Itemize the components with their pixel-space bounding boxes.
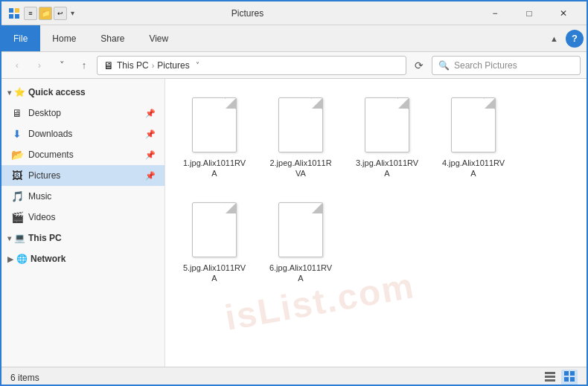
up-button[interactable]: ↑	[74, 56, 94, 75]
address-path[interactable]: 🖥 This PC › Pictures ˅	[97, 56, 406, 75]
refresh-button[interactable]: ⟳	[409, 56, 429, 75]
svg-rect-0	[9, 8, 13, 13]
file-page-3	[451, 97, 496, 152]
sidebar-item-videos[interactable]: 🎬 Videos	[1, 207, 164, 228]
file-icon-2	[361, 95, 413, 155]
status-bar: 6 items	[1, 367, 587, 386]
file-page-5	[278, 202, 323, 257]
music-icon: 🎵	[10, 190, 24, 203]
search-icon: 🔍	[438, 60, 450, 71]
this-pc-icon: 🖥	[103, 59, 114, 71]
file-name-1: 2.jpeg.Alix1011RVA	[268, 158, 333, 179]
grid-view-button[interactable]	[561, 370, 578, 386]
sidebar-item-pictures[interactable]: 🖼 Pictures 📌	[1, 165, 164, 186]
main-area: ▾ ⭐ Quick access 🖥 Desktop 📌 ⬇ Downloads…	[1, 79, 587, 367]
sidebar-item-desktop[interactable]: 🖥 Desktop 📌	[1, 103, 164, 123]
tab-share[interactable]: Share	[89, 25, 137, 51]
quick-access-label: Quick access	[28, 87, 86, 97]
pictures-label: Pictures	[28, 170, 60, 181]
ribbon-right: ▲ ?	[546, 25, 587, 51]
this-pc-chevron: ▾	[7, 234, 11, 242]
sidebar-item-documents[interactable]: 📂 Documents 📌	[1, 144, 164, 165]
quick-access-chevron: ▾	[7, 89, 11, 97]
window-controls: − □ ✕	[478, 1, 581, 25]
svg-rect-9	[564, 377, 569, 382]
downloads-label: Downloads	[28, 129, 72, 139]
file-item-0[interactable]: 1.jpg.Alix1011RVA	[177, 91, 252, 184]
file-icon-4	[188, 200, 240, 260]
this-pc-header[interactable]: ▾ 💻 This PC	[1, 228, 164, 248]
this-pc-label: This PC	[117, 60, 149, 71]
tab-home[interactable]: Home	[40, 25, 89, 51]
svg-rect-10	[570, 377, 575, 382]
close-button[interactable]: ✕	[546, 1, 581, 25]
refresh-icon: ⟳	[415, 59, 424, 71]
back-button[interactable]: ‹	[7, 56, 27, 75]
tab-file[interactable]: File	[1, 25, 40, 51]
list-view-button[interactable]	[542, 370, 558, 386]
sidebar-item-music[interactable]: 🎵 Music	[1, 186, 164, 207]
files-grid: 1.jpg.Alix1011RVA 2.jpeg.Alix1011RVA 3.j…	[177, 91, 575, 288]
music-label: Music	[28, 191, 51, 202]
list-view-icon	[544, 370, 556, 385]
this-pc-folder-icon: 💻	[14, 233, 25, 243]
maximize-button[interactable]: □	[512, 1, 546, 25]
back-icon: ‹	[16, 59, 19, 71]
sidebar-item-downloads[interactable]: ⬇ Downloads 📌	[1, 123, 164, 144]
minimize-button[interactable]: −	[478, 1, 512, 25]
videos-icon: 🎬	[10, 210, 24, 224]
files-area: 1.jpg.Alix1011RVA 2.jpeg.Alix1011RVA 3.j…	[165, 79, 587, 367]
title-bar: ≡ 📁 ↩ ▾ Pictures − □ ✕	[1, 1, 587, 25]
network-folder-icon: 🌐	[16, 254, 28, 264]
file-name-3: 4.jpg.Alix1011RVA	[441, 158, 506, 179]
pictures-icon: 🖼	[10, 169, 24, 182]
file-name-0: 1.jpg.Alix1011RVA	[182, 158, 247, 179]
grid-view-icon	[563, 370, 575, 385]
svg-rect-2	[9, 14, 13, 19]
videos-label: Videos	[28, 212, 55, 222]
pin-icon-downloads: 📌	[145, 129, 156, 139]
pin-icon-documents: 📌	[145, 150, 156, 160]
forward-button[interactable]: ›	[30, 56, 49, 75]
file-page-2	[365, 97, 409, 152]
quick-access-icon: ⭐	[14, 87, 25, 97]
file-page-0	[192, 97, 237, 152]
svg-rect-4	[545, 372, 555, 374]
documents-label: Documents	[28, 149, 74, 160]
window-title: Pictures	[17, 8, 478, 19]
help-button[interactable]: ?	[566, 30, 584, 48]
desktop-icon: 🖥	[10, 106, 24, 120]
svg-rect-8	[570, 371, 575, 376]
file-item-4[interactable]: 5.jpg.Alix1011RVA	[177, 196, 252, 289]
desktop-label: Desktop	[28, 108, 61, 118]
path-separator-1: ›	[152, 61, 155, 70]
file-item-3[interactable]: 4.jpg.Alix1011RVA	[436, 91, 511, 184]
file-name-4: 5.jpg.Alix1011RVA	[182, 263, 247, 284]
search-box[interactable]: 🔍 Search Pictures	[432, 56, 581, 75]
pin-icon-desktop: 📌	[145, 109, 156, 118]
tab-view[interactable]: View	[137, 25, 181, 51]
ribbon-collapse-arrow[interactable]: ▲	[546, 31, 563, 46]
svg-rect-7	[564, 371, 569, 376]
chevron-down-icon: ˅	[60, 59, 65, 71]
file-item-2[interactable]: 3.jpg.Alix1011RVA	[350, 91, 424, 184]
pictures-path-label: Pictures	[157, 60, 189, 71]
svg-rect-6	[545, 379, 555, 382]
recent-locations-button[interactable]: ˅	[52, 56, 71, 75]
pin-icon-pictures: 📌	[145, 171, 156, 181]
network-label: Network	[31, 254, 65, 264]
up-icon: ↑	[82, 59, 87, 71]
file-item-5[interactable]: 6.jpg.Alix1011RVA	[263, 196, 338, 289]
view-controls	[542, 370, 578, 386]
sidebar: ▾ ⭐ Quick access 🖥 Desktop 📌 ⬇ Downloads…	[1, 79, 165, 367]
file-item-1[interactable]: 2.jpeg.Alix1011RVA	[263, 91, 338, 184]
address-bar: ‹ › ˅ ↑ 🖥 This PC › Pictures ˅ ⟳ 🔍 Searc…	[1, 52, 587, 79]
ribbon: File Home Share View ▲ ?	[1, 25, 587, 52]
file-name-2: 3.jpg.Alix1011RVA	[354, 158, 420, 179]
path-dropdown-arrow[interactable]: ˅	[196, 61, 199, 69]
quick-access-header[interactable]: ▾ ⭐ Quick access	[1, 82, 164, 103]
file-icon-5	[275, 200, 327, 260]
forward-icon: ›	[38, 59, 41, 71]
network-header[interactable]: ▶ 🌐 Network	[1, 248, 164, 269]
file-name-5: 6.jpg.Alix1011RVA	[268, 263, 333, 284]
